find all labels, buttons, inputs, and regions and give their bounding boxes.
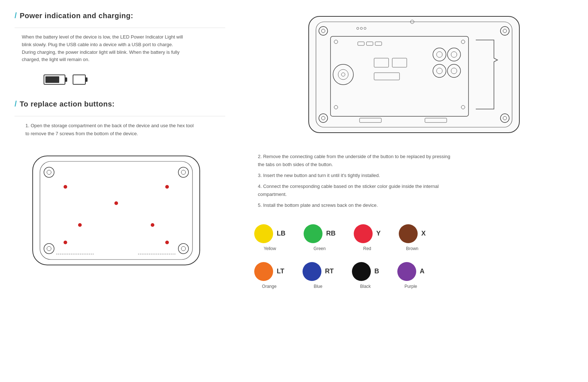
step-1: 1. Open the storage compartment on the b… — [22, 122, 196, 138]
replace-steps: 1. Open the storage compartment on the b… — [22, 122, 196, 138]
color-circle-container: X — [399, 224, 426, 243]
color-circle-container: RB — [304, 224, 336, 243]
device-internals-svg — [301, 11, 527, 138]
power-title: Power indication and charging: — [20, 12, 133, 20]
color-circle-container: LT — [254, 262, 284, 281]
color-guide: LBYellowRBGreenYRedXBrown LTOrangeRTBlue… — [254, 224, 573, 289]
power-header: / Power indication and charging: — [15, 11, 225, 20]
color-circle — [397, 262, 416, 281]
battery-empty-icon — [73, 75, 86, 85]
step-3: 3. Insert the new button and turn it unt… — [254, 172, 458, 180]
color-circle — [399, 224, 418, 243]
color-circle — [352, 262, 371, 281]
svg-point-4 — [178, 167, 188, 177]
color-circle — [304, 224, 323, 243]
color-name: Yellow — [264, 246, 276, 251]
color-name: Brown — [406, 246, 418, 251]
color-name: Red — [363, 246, 371, 251]
svg-point-14 — [151, 223, 154, 227]
replace-divider — [15, 116, 225, 116]
color-item-lt: LTOrange — [254, 262, 284, 289]
color-circle — [354, 224, 373, 243]
svg-point-8 — [178, 244, 188, 254]
color-name: Black — [360, 284, 370, 289]
color-row-2: LTOrangeRTBlueBBlackAPurple — [254, 262, 573, 289]
power-tick: / — [15, 11, 17, 20]
replace-tick: / — [15, 99, 17, 109]
color-circle-container: LB — [254, 224, 285, 243]
svg-point-7 — [47, 246, 51, 251]
color-name: Purple — [405, 284, 417, 289]
color-label: X — [421, 230, 426, 237]
color-label: Y — [376, 230, 381, 237]
svg-point-10 — [64, 185, 67, 189]
color-item-y: YRed — [354, 224, 381, 251]
step-5: 5. Install the bottom plate and screws b… — [254, 201, 458, 209]
color-item-rt: RTBlue — [303, 262, 334, 289]
step-2: 2. Remove the connecting cable from the … — [254, 153, 458, 169]
device-back-svg — [22, 149, 211, 272]
color-label: A — [420, 268, 425, 275]
color-item-lb: LBYellow — [254, 224, 285, 251]
svg-rect-19 — [309, 16, 519, 133]
color-circle-container: A — [397, 262, 425, 281]
color-circle — [254, 262, 273, 281]
svg-rect-1 — [40, 161, 192, 260]
color-label: RT — [325, 268, 334, 275]
replace-title: To replace action buttons: — [20, 100, 115, 108]
svg-rect-0 — [33, 156, 200, 265]
svg-point-6 — [44, 244, 54, 254]
steps-right: 2. Remove the connecting cable from the … — [254, 153, 458, 210]
svg-point-13 — [78, 223, 82, 227]
replace-header: / To replace action buttons: — [15, 99, 225, 109]
svg-point-15 — [64, 241, 67, 244]
color-circle — [254, 224, 273, 243]
color-label: RB — [326, 230, 336, 237]
color-row-1: LBYellowRBGreenYRedXBrown — [254, 224, 573, 251]
color-name: Green — [313, 246, 325, 251]
svg-point-16 — [165, 241, 169, 244]
battery-filled-icon — [44, 75, 65, 85]
battery-icons — [44, 75, 225, 85]
svg-point-5 — [181, 170, 186, 174]
step-4: 4. Connect the corresponding cable based… — [254, 182, 458, 198]
svg-point-12 — [114, 201, 118, 205]
power-description: When the battery level of the device is … — [22, 33, 185, 64]
color-item-b: BBlack — [352, 262, 379, 289]
color-circle-container: RT — [303, 262, 334, 281]
color-item-a: APurple — [397, 262, 425, 289]
battery-filled-body — [44, 75, 65, 85]
power-divider — [15, 28, 225, 28]
color-item-rb: RBGreen — [304, 224, 336, 251]
device-back-diagram — [22, 149, 225, 274]
color-label: LT — [277, 268, 284, 275]
color-label: LB — [277, 230, 285, 237]
svg-point-9 — [181, 246, 186, 251]
replace-section: / To replace action buttons: 1. Open the… — [15, 99, 225, 274]
device-internals-diagram — [254, 11, 573, 138]
power-section: / Power indication and charging: When th… — [15, 11, 225, 85]
battery-empty-body — [73, 75, 86, 85]
svg-point-2 — [44, 167, 54, 177]
color-label: B — [374, 268, 379, 275]
color-name: Blue — [314, 284, 323, 289]
color-item-x: XBrown — [399, 224, 426, 251]
svg-point-11 — [165, 185, 169, 189]
color-name: Orange — [262, 284, 276, 289]
battery-bar — [45, 76, 59, 83]
svg-point-3 — [47, 170, 51, 174]
color-circle — [303, 262, 321, 281]
color-circle-container: Y — [354, 224, 381, 243]
color-circle-container: B — [352, 262, 379, 281]
